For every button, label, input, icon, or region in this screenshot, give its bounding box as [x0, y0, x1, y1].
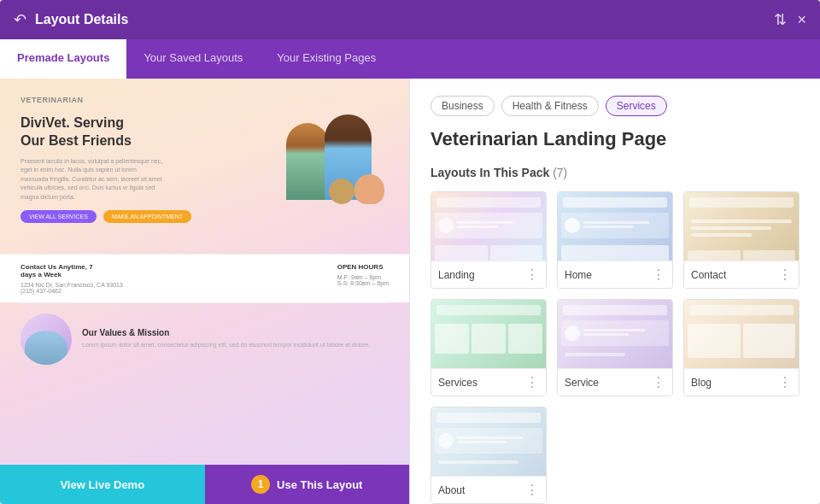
preview-hero-title: DiviVet. ServingOur Best Friends: [20, 114, 191, 150]
preview-btn-row: VIEW ALL SERVICES MAKE AN APPOINTMENT: [20, 210, 191, 223]
tag-business[interactable]: Business: [430, 96, 495, 116]
preview-content: VETERINARIAN DiviVet. ServingOur Best Fr…: [0, 79, 409, 254]
layout-menu-icon-blog[interactable]: ⋮: [778, 374, 792, 390]
header-actions: ⇅ ×: [774, 10, 806, 29]
modal-container: ↶ Layout Details ⇅ × Premade Layouts You…: [0, 0, 820, 504]
back-button[interactable]: ↶: [14, 10, 26, 29]
layout-card-services[interactable]: Services ⋮: [430, 299, 547, 396]
layout-menu-icon-about[interactable]: ⋮: [525, 482, 539, 498]
tabs-bar: Premade Layouts Your Saved Layouts Your …: [0, 39, 820, 79]
contact-title: Contact Us Anytime, 7days a Week: [20, 263, 123, 278]
contact-info-2: (215) 437-0462: [20, 288, 123, 294]
layout-menu-icon-contact[interactable]: ⋮: [778, 267, 792, 283]
person-illustration-1: [286, 123, 329, 200]
tab-premade-layouts[interactable]: Premade Layouts: [0, 39, 126, 79]
modal-title: Layout Details: [35, 12, 128, 27]
preview-hero-illustration: [269, 114, 389, 208]
layout-thumb-footer-landing: Landing ⋮: [431, 261, 546, 288]
layout-thumb-footer-service: Service ⋮: [558, 368, 672, 396]
use-this-layout-button[interactable]: 1 Use This Layout: [205, 465, 410, 504]
layout-thumb-footer-services: Services ⋮: [431, 368, 546, 396]
modal-body: VETERINARIAN DiviVet. ServingOur Best Fr…: [0, 79, 820, 504]
layout-thumb-home: [558, 192, 672, 261]
layout-thumb-landing: [431, 192, 546, 261]
sort-icon: ⇅: [774, 10, 787, 29]
layout-thumb-footer-home: Home ⋮: [558, 261, 672, 288]
header-left: ↶ Layout Details: [14, 10, 128, 29]
view-services-button[interactable]: VIEW ALL SERVICES: [20, 210, 97, 223]
preview-panel: VETERINARIAN DiviVet. ServingOur Best Fr…: [0, 79, 410, 504]
appointment-button[interactable]: MAKE AN APPOINTMENT: [103, 210, 191, 223]
preview-actions: View Live Demo 1 Use This Layout: [0, 465, 409, 504]
modal-header: ↶ Layout Details ⇅ ×: [0, 0, 820, 39]
layout-title: Veterinarian Landing Page: [430, 128, 800, 150]
layout-menu-icon-home[interactable]: ⋮: [652, 267, 665, 283]
animal-illustration-2: [354, 174, 384, 204]
tab-existing-pages[interactable]: Your Existing Pages: [260, 39, 393, 79]
layouts-grid: Landing ⋮: [430, 191, 800, 504]
layout-thumb-service: [558, 300, 672, 368]
tag-health-fitness[interactable]: Health & Fitness: [501, 96, 599, 116]
tab-saved-layouts[interactable]: Your Saved Layouts: [126, 39, 260, 79]
layout-thumb-footer-blog: Blog ⋮: [684, 368, 799, 396]
layout-label-contact: Contact: [691, 269, 726, 281]
mission-title: Our Values & Mission: [82, 328, 370, 337]
contact-block-address: Contact Us Anytime, 7days a Week 1234 Ni…: [20, 263, 123, 294]
tag-row: Business Health & Fitness Services: [430, 96, 800, 116]
contact-info-1: 1234 Nic Dr, San Francisco, CA 93013: [20, 282, 123, 288]
layout-badge: 1: [251, 475, 270, 494]
layout-thumb-about: [431, 407, 546, 476]
layout-thumb-footer-contact: Contact ⋮: [684, 261, 799, 288]
layout-label-service: Service: [565, 377, 599, 389]
layout-label-home: Home: [565, 269, 592, 281]
layout-card-contact[interactable]: Contact ⋮: [683, 191, 800, 289]
close-button[interactable]: ×: [797, 11, 806, 29]
preview-scroll-area: VETERINARIAN DiviVet. ServingOur Best Fr…: [0, 79, 409, 465]
layout-thumb-contact: [684, 192, 799, 261]
hours-text: M-F: 9am – 6pmS-S: 8:30am – 6pm: [337, 274, 389, 286]
pack-label: Layouts In This Pack (7): [430, 166, 800, 179]
layout-menu-icon-service[interactable]: ⋮: [652, 374, 665, 390]
mission-text: Our Values & Mission Lorem ipsum dolor s…: [82, 328, 370, 350]
preview-mission: Our Values & Mission Lorem ipsum dolor s…: [0, 303, 409, 375]
contact-block-hours: OPEN HOURS M-F: 9am – 6pmS-S: 8:30am – 6…: [337, 263, 389, 294]
layout-label-landing: Landing: [438, 269, 475, 281]
layout-label-blog: Blog: [691, 377, 712, 389]
layout-card-landing[interactable]: Landing ⋮: [430, 191, 547, 289]
back-icon: ↶: [14, 10, 26, 29]
mission-circle-illustration: [20, 314, 72, 365]
animal-illustration-1: [329, 179, 354, 204]
sort-button[interactable]: ⇅: [774, 10, 787, 29]
preview-hero-text: DiviVet. ServingOur Best Friends Praesen…: [20, 114, 191, 223]
layout-label-about: About: [438, 484, 465, 496]
preview-image: VETERINARIAN DiviVet. ServingOur Best Fr…: [0, 79, 409, 465]
info-panel: Business Health & Fitness Services Veter…: [410, 79, 820, 504]
preview-hero-body: Praesent iaculis in lacus, volutpat a pe…: [20, 157, 166, 202]
layout-thumb-footer-about: About ⋮: [431, 476, 546, 503]
layout-menu-icon-services[interactable]: ⋮: [525, 374, 539, 390]
view-live-demo-button[interactable]: View Live Demo: [0, 465, 205, 504]
layout-thumb-blog: [684, 300, 799, 368]
preview-logo: VETERINARIAN: [20, 96, 389, 104]
layout-card-home[interactable]: Home ⋮: [557, 191, 673, 289]
open-hours-label: OPEN HOURS: [337, 263, 389, 271]
preview-hero: DiviVet. ServingOur Best Friends Praesen…: [20, 114, 389, 223]
preview-contact-bar: Contact Us Anytime, 7days a Week 1234 Ni…: [0, 254, 409, 302]
pack-count: (7): [553, 166, 567, 179]
layout-card-about[interactable]: About ⋮: [430, 407, 547, 504]
mission-body: Lorem ipsum dolor sit amet, consectetur …: [82, 341, 370, 350]
tag-services[interactable]: Services: [606, 96, 667, 116]
use-layout-label: Use This Layout: [277, 478, 362, 491]
layout-card-blog[interactable]: Blog ⋮: [683, 299, 800, 396]
layout-label-services: Services: [438, 377, 477, 389]
layout-card-service[interactable]: Service ⋮: [557, 299, 673, 396]
close-icon: ×: [797, 11, 806, 29]
layout-thumb-services: [431, 300, 546, 368]
layout-menu-icon-landing[interactable]: ⋮: [525, 267, 539, 283]
